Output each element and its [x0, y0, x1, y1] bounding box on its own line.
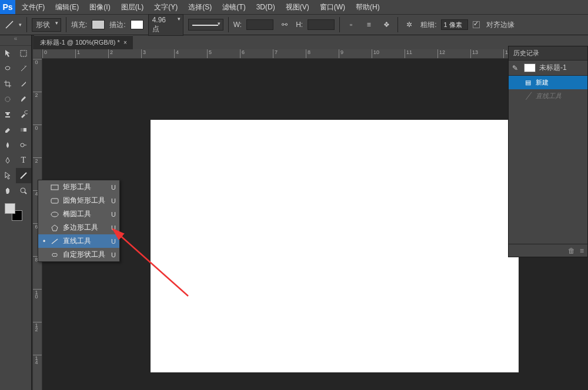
- flyout-ellipse-tool[interactable]: 椭圆工具U: [38, 207, 119, 221]
- flyout-polygon-tool[interactable]: 多边形工具U: [38, 221, 119, 234]
- history-doc-row[interactable]: ✎ 未标题-1: [509, 60, 587, 76]
- menu-select[interactable]: 选择(S): [183, 2, 217, 12]
- history-brush-icon[interactable]: [16, 107, 32, 122]
- flyout-line-tool[interactable]: • 直线工具U: [38, 234, 119, 248]
- svg-line-10: [25, 192, 26, 194]
- fill-label: 填充:: [71, 20, 87, 30]
- shape-tool-flyout: 矩形工具U 圆角矩形工具U 椭圆工具U 多边形工具U • 直线工具U 自定形状工…: [38, 180, 120, 262]
- rounded-rect-icon: [50, 197, 59, 205]
- svg-rect-2: [21, 51, 26, 56]
- stroke-swatch[interactable]: [131, 20, 143, 29]
- history-panel: 历史记录 ✎ 未标题-1 ▤ 新建 ╱ 直线工具 🗑 ≡: [508, 46, 588, 257]
- gear-icon[interactable]: ✲: [403, 18, 416, 31]
- stroke-label: 描边:: [109, 20, 125, 30]
- tool-mode-dropdown[interactable]: 形状: [32, 18, 61, 32]
- optionsbar: ▾ 形状 填充: 描边: 4.96 点 W: ⚯ H: ▫ ≡ ❖ ✲ 粗细: …: [0, 14, 588, 35]
- chevron-down-icon[interactable]: ▾: [19, 22, 22, 28]
- document-tab[interactable]: 未标题-1 @ 100%(RGB/8) * ×: [34, 35, 133, 49]
- svg-line-15: [52, 239, 58, 244]
- color-swatches[interactable]: [5, 203, 22, 221]
- brush-icon: ✎: [512, 64, 520, 72]
- menu-filter[interactable]: 滤镜(T): [217, 2, 250, 12]
- dodge-tool-icon[interactable]: [16, 137, 32, 153]
- document-icon: ▤: [524, 79, 532, 87]
- blur-tool-icon[interactable]: [0, 137, 16, 153]
- eyedropper-tool-icon[interactable]: [16, 76, 32, 92]
- zoom-tool-icon[interactable]: [16, 183, 32, 199]
- gradient-tool-icon[interactable]: [16, 122, 32, 137]
- h-label: H:: [296, 21, 303, 29]
- history-item-new[interactable]: ▤ 新建: [509, 76, 587, 89]
- trash-icon[interactable]: 🗑: [568, 247, 575, 255]
- w-label: W:: [233, 21, 242, 29]
- menu-image[interactable]: 图像(I): [84, 2, 115, 12]
- svg-rect-5: [21, 128, 24, 132]
- history-item-line[interactable]: ╱ 直线工具: [509, 89, 587, 103]
- path-arrange-icon[interactable]: ❖: [380, 18, 393, 31]
- align-edges-label: 对齐边缘: [486, 20, 514, 30]
- menu-edit[interactable]: 编辑(E): [50, 2, 84, 12]
- shape-tool-icon[interactable]: [16, 168, 32, 183]
- menu-file[interactable]: 文件(F): [16, 2, 50, 12]
- flyout-custom-shape-tool[interactable]: 自定形状工具U: [38, 248, 119, 261]
- menu-window[interactable]: 窗口(W): [315, 2, 350, 12]
- close-icon[interactable]: ×: [123, 39, 127, 46]
- canvas[interactable]: [151, 120, 519, 372]
- svg-rect-11: [51, 185, 58, 190]
- weight-input[interactable]: [441, 19, 468, 30]
- patch-tool-icon[interactable]: [0, 92, 16, 107]
- stamp-tool-icon[interactable]: [0, 107, 16, 122]
- flyout-rounded-rect-tool[interactable]: 圆角矩形工具U: [38, 194, 119, 207]
- fg-color-swatch[interactable]: [5, 203, 15, 214]
- path-align-icon[interactable]: ≡: [362, 18, 375, 31]
- brush-tool-icon[interactable]: [16, 92, 32, 107]
- toolbox-collapse[interactable]: «: [0, 35, 31, 46]
- ruler-horizontal[interactable]: 01 23 45 67 89 1011 1213 14: [42, 49, 588, 59]
- menu-text[interactable]: 文字(Y): [149, 2, 183, 12]
- ruler-corner: [33, 49, 42, 59]
- menu-view[interactable]: 视图(V): [280, 2, 315, 12]
- wand-tool-icon[interactable]: [16, 61, 32, 76]
- rectangle-icon: [50, 183, 59, 191]
- crop-tool-icon[interactable]: [0, 76, 16, 92]
- path-select-icon[interactable]: [0, 168, 16, 183]
- menu-layer[interactable]: 图层(L): [116, 2, 149, 12]
- flyout-rectangle-tool[interactable]: 矩形工具U: [38, 180, 119, 194]
- history-panel-tab[interactable]: 历史记录: [509, 46, 587, 60]
- doc-name: 未标题-1: [539, 63, 567, 73]
- align-edges-checkbox[interactable]: [473, 21, 480, 28]
- width-input[interactable]: [246, 19, 273, 30]
- line-tool-hist-icon: ╱: [524, 92, 532, 100]
- polygon-icon: [50, 224, 59, 232]
- type-tool-icon[interactable]: T: [16, 153, 32, 168]
- svg-rect-12: [51, 199, 58, 203]
- stroke-width-dropdown[interactable]: 4.96 点: [148, 14, 183, 36]
- app-logo: Ps: [0, 0, 15, 14]
- toolbox: « T: [0, 35, 32, 390]
- eraser-tool-icon[interactable]: [0, 122, 16, 137]
- menu-3d[interactable]: 3D(D): [251, 3, 280, 11]
- height-input[interactable]: [308, 19, 335, 30]
- stroke-style-dropdown[interactable]: [188, 19, 223, 31]
- svg-point-13: [51, 212, 58, 217]
- move-tool-icon[interactable]: [0, 46, 16, 61]
- svg-marker-14: [52, 225, 58, 231]
- link-wh-icon[interactable]: ⚯: [278, 18, 291, 31]
- pen-tool-icon[interactable]: [0, 153, 16, 168]
- tabbar: 未标题-1 @ 100%(RGB/8) * ×: [34, 35, 588, 49]
- marquee-tool-icon[interactable]: [16, 46, 32, 61]
- svg-point-6: [21, 143, 24, 147]
- svg-line-0: [6, 21, 13, 28]
- menu-help[interactable]: 帮助(H): [350, 2, 385, 12]
- lasso-tool-icon[interactable]: [0, 61, 16, 76]
- path-combine-icon[interactable]: ▫: [345, 18, 358, 31]
- hand-tool-icon[interactable]: [0, 183, 16, 199]
- fill-swatch[interactable]: [92, 20, 105, 29]
- custom-shape-icon: [50, 251, 59, 259]
- panel-menu-icon[interactable]: ≡: [580, 247, 584, 255]
- menubar: 文件(F) 编辑(E) 图像(I) 图层(L) 文字(Y) 选择(S) 滤镜(T…: [0, 0, 588, 14]
- tab-title: 未标题-1 @ 100%(RGB/8) *: [40, 38, 120, 47]
- svg-point-9: [21, 188, 25, 193]
- line-icon: [50, 237, 59, 246]
- ellipse-icon: [50, 210, 59, 218]
